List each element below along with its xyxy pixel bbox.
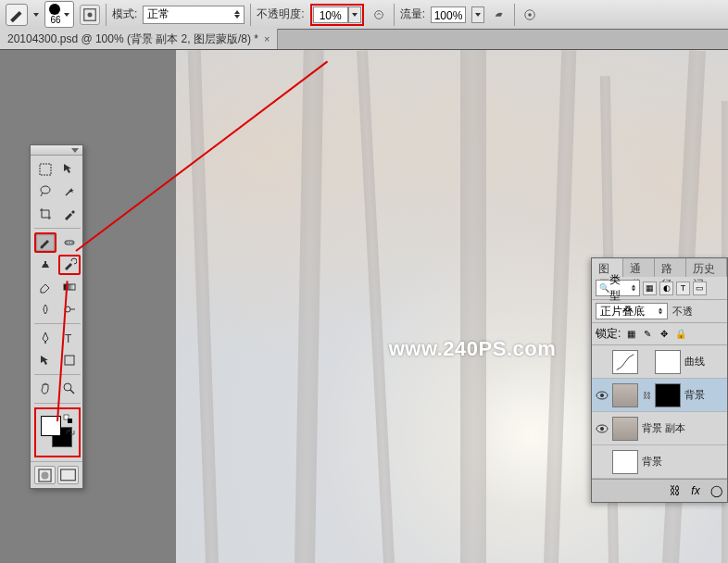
shape-tool[interactable] — [58, 350, 81, 370]
fx-icon[interactable]: fx — [688, 483, 703, 498]
svg-text:T: T — [65, 332, 72, 345]
visibility-toggle[interactable] — [596, 456, 609, 469]
layers-panel-footer: ⛓ fx ◯ — [592, 479, 727, 502]
lock-position-icon[interactable]: ✥ — [658, 328, 671, 341]
screen-mode[interactable] — [57, 466, 79, 484]
document-tab[interactable]: 20104300.psd @ 100% (背景 副本 2, 图层蒙版/8) * … — [0, 29, 278, 49]
move-tool[interactable] — [58, 159, 81, 180]
healing-brush-tool[interactable] — [58, 232, 81, 253]
brush-preset-picker[interactable]: 66 — [44, 1, 74, 28]
layer-row-bg-copy2[interactable]: ⛓ 背景 — [592, 379, 727, 412]
options-bar: 66 模式: 正常 不透明度: 10% 流量: 100% — [0, 0, 728, 30]
layer-row-bg-copy[interactable]: 背景 副本 — [592, 412, 727, 445]
layer-blend-value: 正片叠底 — [600, 304, 645, 319]
lasso-tool[interactable] — [34, 181, 56, 202]
mask-icon[interactable]: ◯ — [709, 483, 723, 498]
separator — [106, 4, 107, 26]
tool-preset-dropdown-icon[interactable] — [33, 13, 39, 17]
layer-name: 背景 副本 — [642, 421, 685, 435]
filter-adjustment-icon[interactable]: ◐ — [659, 282, 673, 295]
svg-point-24 — [600, 394, 604, 397]
document-tab-bar: 20104300.psd @ 100% (背景 副本 2, 图层蒙版/8) * … — [0, 30, 728, 50]
opacity-dropdown[interactable] — [348, 6, 361, 23]
color-swatches — [39, 414, 76, 451]
filter-kind-select[interactable]: 🔍 类型 — [596, 280, 640, 296]
layer-mask-thumb[interactable] — [655, 383, 681, 407]
lock-transparency-icon[interactable]: ▦ — [624, 328, 637, 341]
visibility-toggle[interactable] — [596, 356, 609, 369]
lock-all-icon[interactable]: 🔒 — [674, 328, 687, 341]
type-tool[interactable]: T — [58, 328, 81, 348]
crop-tool[interactable] — [34, 204, 56, 224]
eraser-tool[interactable] — [34, 277, 56, 297]
hand-tool[interactable] — [34, 379, 56, 399]
visibility-toggle[interactable] — [596, 422, 609, 435]
layer-thumb[interactable] — [612, 350, 638, 374]
dodge-tool[interactable] — [58, 299, 81, 319]
quick-mask-mode[interactable] — [34, 466, 56, 484]
layer-thumb[interactable] — [612, 450, 638, 474]
layer-thumb[interactable] — [612, 383, 638, 407]
gradient-tool[interactable] — [58, 277, 81, 297]
layer-row-curves[interactable]: 曲线 — [592, 345, 727, 379]
clone-stamp-tool[interactable] — [34, 255, 56, 275]
flow-input[interactable]: 100% — [431, 6, 466, 23]
filter-kind-value: 类型 — [609, 272, 631, 304]
brush-size-value: 66 — [50, 15, 60, 25]
blend-mode-select[interactable]: 正常 — [143, 6, 245, 24]
tab-history[interactable]: 历史记 — [686, 258, 727, 277]
foreground-color-swatch[interactable] — [41, 416, 61, 436]
svg-point-21 — [42, 471, 49, 479]
filter-shape-icon[interactable]: ▭ — [693, 282, 707, 295]
filter-pixel-icon[interactable]: ▦ — [643, 282, 657, 295]
svg-point-13 — [65, 307, 70, 312]
blend-mode-select[interactable]: 正片叠底 — [596, 303, 668, 319]
layer-thumb[interactable] — [612, 417, 638, 441]
brush-tool[interactable] — [34, 232, 56, 253]
visibility-toggle[interactable] — [596, 389, 609, 402]
opacity-input[interactable]: 10% — [313, 6, 348, 23]
svg-point-1 — [88, 12, 93, 17]
pressure-size-icon[interactable] — [521, 6, 539, 24]
layers-panel: 图层 通道 路径 历史记 🔍 类型 ▦ ◐ T ▭ 正片叠底 不透 锁定: ▦ … — [591, 257, 728, 503]
filter-type-icon[interactable]: T — [676, 282, 690, 295]
layer-mask-thumb[interactable] — [655, 350, 681, 374]
mode-label: 模式: — [112, 6, 137, 22]
blend-mode-value: 正常 — [147, 6, 169, 22]
svg-point-4 — [528, 13, 532, 17]
pressure-opacity-icon[interactable] — [370, 6, 388, 24]
tab-paths[interactable]: 路径 — [655, 258, 686, 277]
default-colors-icon[interactable] — [63, 414, 74, 425]
zoom-tool[interactable] — [58, 379, 81, 399]
separator — [514, 4, 515, 26]
history-brush-tool[interactable] — [58, 255, 81, 275]
svg-rect-19 — [68, 419, 72, 423]
separator — [250, 4, 251, 26]
layer-row-bg[interactable]: 背景 — [592, 445, 727, 479]
layer-name: 背景 — [684, 388, 705, 402]
svg-rect-12 — [64, 284, 75, 290]
flow-label: 流量: — [400, 6, 425, 22]
flow-dropdown[interactable] — [471, 6, 484, 23]
document-title: 20104300.psd @ 100% (背景 副本 2, 图层蒙版/8) * — [7, 31, 258, 47]
tool-preset-picker[interactable] — [6, 4, 28, 26]
link-icon: ⛓ — [642, 391, 651, 400]
svg-point-7 — [41, 246, 44, 249]
svg-point-14 — [44, 342, 46, 344]
link-layers-icon[interactable]: ⛓ — [668, 483, 683, 498]
marquee-tool[interactable] — [34, 159, 56, 180]
swap-colors-icon[interactable] — [65, 427, 76, 438]
pen-tool[interactable] — [34, 328, 56, 348]
lock-label: 锁定: — [596, 326, 621, 342]
opacity-field-highlight: 10% — [310, 4, 364, 26]
blur-tool[interactable] — [34, 299, 56, 319]
magic-wand-tool[interactable] — [58, 181, 81, 202]
lock-pixels-icon[interactable]: ✎ — [641, 328, 654, 341]
close-tab-icon[interactable]: × — [264, 33, 270, 44]
brush-panel-toggle[interactable] — [80, 5, 100, 25]
path-selection-tool[interactable] — [34, 350, 56, 370]
airbrush-icon[interactable] — [490, 6, 508, 24]
eyedropper-tool[interactable] — [58, 204, 81, 224]
svg-rect-5 — [40, 164, 51, 175]
tools-panel-header[interactable] — [31, 145, 82, 156]
